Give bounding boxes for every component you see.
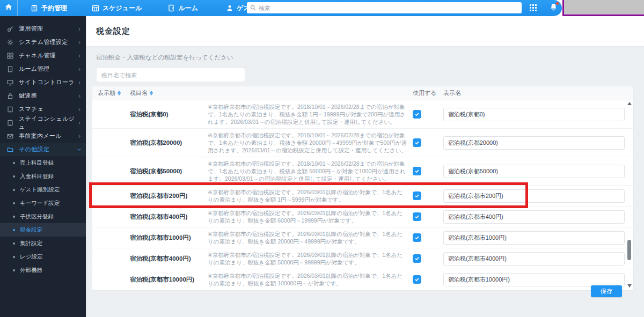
table-row: 宿泊税(京都0) ※京都府京都市の宿泊税設定です。2018/10/01～2026… — [92, 100, 633, 129]
nav-item-rooms[interactable]: ルーム — [167, 4, 198, 13]
chevron-right-icon: › — [78, 39, 80, 46]
recording-overlay — [562, 0, 644, 16]
sidebar-item-label: システム管理設定 — [19, 38, 78, 46]
person-icon — [226, 4, 233, 12]
tax-description: ※京都府京都市の宿泊税設定です。2026/03/01以降の宿泊が対象で、1名あた… — [208, 230, 407, 245]
use-checkbox[interactable] — [413, 233, 421, 242]
gear-icon — [7, 39, 14, 46]
sidebar-subitem-register-settings[interactable]: レジ設定 — [0, 250, 86, 263]
display-name-input[interactable] — [443, 108, 625, 121]
sidebar-subitem-guest-identification[interactable]: ゲスト識別設定 — [0, 183, 86, 196]
tax-name: 宿泊税(京都20000) — [130, 139, 208, 147]
sidebar-subitem-sales-subjects[interactable]: 売上科目登録 — [0, 156, 86, 169]
sidebar-subitem-keyword-settings[interactable]: キーワード設定 — [0, 196, 86, 210]
tax-name: 宿泊税(京都市1000円) — [130, 234, 208, 242]
display-name-input[interactable] — [443, 210, 625, 224]
tax-name-search-input[interactable] — [96, 68, 245, 82]
display-name-input[interactable] — [443, 136, 625, 150]
home-button[interactable] — [0, 0, 18, 16]
sidebar-item-smacheck[interactable]: スマチェ › — [0, 102, 86, 116]
display-name-input[interactable] — [443, 165, 625, 178]
sidebar-item-label: 運用管理 — [19, 25, 78, 33]
chevron-right-icon: › — [78, 93, 80, 99]
sidebar-item-site-controller[interactable]: サイトコントローラ › — [0, 76, 86, 89]
calendar-icon — [92, 4, 99, 12]
sidebar-item-system-settings[interactable]: システム管理設定 › — [0, 35, 86, 49]
tax-table: 表示順 税目名 使用する 表示名 宿泊税(京都0) ※京都府京都市の宿泊税設定で… — [92, 86, 634, 291]
page-description: 宿泊税金・入湯税などの税設定を行ってください — [96, 54, 644, 62]
sidebar-subitem-external-devices[interactable]: 外部機器 — [0, 263, 86, 277]
sort-icon[interactable] — [150, 91, 153, 95]
sidebar-item-operations[interactable]: 運用管理 › — [0, 22, 86, 35]
global-search — [247, 2, 522, 13]
sidebar-subitem-label: キーワード設定 — [20, 200, 60, 207]
home-icon — [5, 3, 12, 13]
scrollbar-thumb[interactable] — [627, 240, 631, 260]
table-scrollbar[interactable] — [627, 101, 632, 289]
sidebar-item-key-link[interactable]: 鍵連携 › — [0, 89, 86, 102]
chevron-right-icon: › — [78, 26, 80, 32]
sidebar-item-pre-arrival-mail[interactable]: 事前案内メール › — [0, 129, 86, 143]
use-checkbox[interactable] — [413, 191, 421, 200]
bullet-icon — [13, 242, 15, 245]
sort-icon[interactable] — [118, 91, 121, 95]
scroll-up-icon[interactable] — [627, 102, 632, 105]
nav-item-label: 予約管理 — [41, 4, 67, 13]
column-header-name: 税目名 — [130, 89, 148, 97]
key-icon — [7, 26, 14, 32]
notifications-bell-icon[interactable] — [549, 3, 558, 14]
scroll-down-icon[interactable] — [627, 284, 632, 287]
bullet-icon — [13, 202, 15, 204]
display-name-input[interactable] — [443, 189, 625, 203]
display-name-input[interactable] — [443, 231, 625, 245]
global-search-input[interactable] — [259, 5, 518, 11]
tax-name: 宿泊税(京都0) — [130, 110, 208, 119]
clipboard-icon — [31, 4, 38, 12]
tax-name: 宿泊税(京都50000) — [130, 167, 208, 175]
sidebar-item-label: ステイコンシェルジュ — [19, 115, 78, 131]
chevron-right-icon: › — [78, 66, 80, 72]
sidebar-item-other-settings[interactable]: その他設定 › — [0, 143, 86, 156]
sidebar-subitem-child-category[interactable]: 子供区分登録 — [0, 210, 86, 223]
tax-description: ※京都府京都市の宿泊税設定です。2018/10/01～2026/02/28までの… — [208, 103, 407, 126]
display-name-input[interactable] — [443, 273, 625, 286]
chevron-right-icon: › — [78, 120, 80, 126]
nav-item-schedule[interactable]: スケジュール — [92, 4, 142, 13]
sidebar-subitem-aggregation-settings[interactable]: 集計設定 — [0, 237, 86, 250]
door-icon — [167, 4, 175, 12]
sidebar-item-channel[interactable]: チャネル管理 › — [0, 49, 86, 62]
chevron-down-icon: › — [76, 149, 83, 151]
display-name-input[interactable] — [443, 252, 625, 266]
sidebar-subitem-label: 税金設定 — [20, 226, 42, 234]
apps-grid-icon[interactable] — [529, 4, 537, 14]
sidebar-subitem-label: 子供区分登録 — [20, 213, 54, 220]
sidebar-item-room-management[interactable]: ルーム管理 › — [0, 62, 86, 76]
sidebar-item-label: その他設定 — [19, 145, 78, 153]
use-checkbox[interactable] — [413, 212, 421, 221]
save-button[interactable]: 保存 — [591, 285, 622, 297]
use-checkbox[interactable] — [413, 254, 421, 263]
tax-description: ※京都府京都市の宿泊税設定です。2026/03/01以降の宿泊が対象で、1名あた… — [208, 209, 407, 224]
chevron-right-icon: › — [78, 106, 80, 113]
sidebar-subitem-label: 集計設定 — [20, 240, 42, 247]
use-checkbox[interactable] — [413, 138, 421, 147]
use-checkbox[interactable] — [413, 110, 421, 119]
use-checkbox[interactable] — [413, 167, 421, 175]
sidebar-subitem-payment-subjects[interactable]: 入金科目登録 — [0, 169, 86, 183]
channel-grid-icon — [7, 53, 14, 59]
use-checkbox[interactable] — [413, 275, 421, 284]
nav-item-reservations[interactable]: 予約管理 — [31, 4, 67, 13]
sidebar-subitem-tax-settings[interactable]: 税金設定 — [0, 223, 86, 237]
top-navbar: 予約管理 スケジュール ルーム ゲスト — [0, 0, 562, 16]
table-row: 宿泊税(京都市4000円) ※京都府京都市の宿泊税設定です。2026/03/01… — [92, 248, 633, 269]
tax-description: ※京都府京都市の宿泊税設定です。2018/10/01～2026/02/28までの… — [208, 131, 407, 154]
sidebar-subitem-label: 外部機器 — [20, 267, 42, 274]
sidebar-subitem-label: 売上科目登録 — [20, 159, 54, 167]
sidebar-item-stay-concierge[interactable]: ステイコンシェルジュ › — [0, 116, 86, 129]
chevron-right-icon: › — [78, 133, 80, 139]
page-title: 税金設定 — [96, 26, 130, 36]
nav-item-label: ルーム — [178, 4, 198, 13]
chevron-right-icon: › — [78, 53, 80, 59]
tax-description: ※京都府京都市の宿泊税設定です。2026/03/01以降の宿泊が対象で、1名あた… — [208, 251, 407, 266]
column-header-order: 表示順 — [98, 89, 115, 97]
